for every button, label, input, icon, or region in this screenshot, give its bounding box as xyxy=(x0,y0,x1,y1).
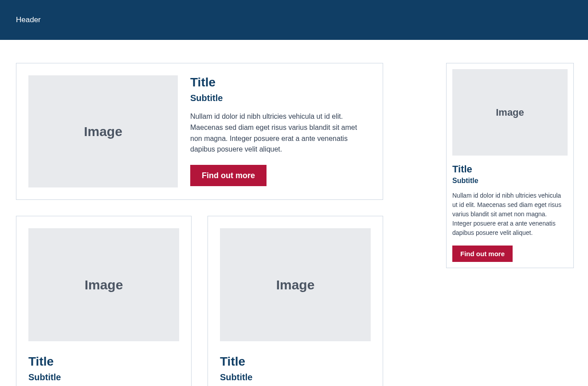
card-subtitle: Subtitle xyxy=(220,372,371,382)
card-title: Title xyxy=(28,355,179,369)
card-subtitle: Subtitle xyxy=(28,372,179,382)
image-placeholder: Image xyxy=(28,228,179,341)
card-subtitle: Subtitle xyxy=(190,93,371,103)
cards-row: Image Title Subtitle Image Title Subtitl… xyxy=(16,216,383,386)
card-text: Nullam id dolor id nibh ultricies vehicu… xyxy=(452,191,568,238)
header-title: Header xyxy=(16,16,41,24)
card-text: Nullam id dolor id nibh ultricies vehicu… xyxy=(190,111,371,155)
image-placeholder: Image xyxy=(220,228,371,341)
side-card-actions: Find out more xyxy=(452,246,568,262)
card-title: Title xyxy=(452,164,568,175)
grid-card-2: Image Title Subtitle xyxy=(208,216,383,386)
side-card: Image Title Subtitle Nullam id dolor id … xyxy=(446,63,574,268)
card-subtitle: Subtitle xyxy=(452,177,568,185)
grid-card-1: Image Title Subtitle xyxy=(16,216,192,386)
page-header: Header xyxy=(0,0,588,40)
page-content: Image Title Subtitle Nullam id dolor id … xyxy=(0,40,588,386)
hero-card-body: Title Subtitle Nullam id dolor id nibh u… xyxy=(190,75,371,187)
image-placeholder: Image xyxy=(28,75,178,187)
side-column: Image Title Subtitle Nullam id dolor id … xyxy=(446,63,574,268)
hero-card: Image Title Subtitle Nullam id dolor id … xyxy=(16,63,383,200)
find-out-more-button[interactable]: Find out more xyxy=(190,165,267,186)
card-title: Title xyxy=(220,355,371,369)
image-placeholder: Image xyxy=(452,69,568,156)
main-column: Image Title Subtitle Nullam id dolor id … xyxy=(16,63,383,386)
card-title: Title xyxy=(190,75,371,90)
find-out-more-button[interactable]: Find out more xyxy=(452,246,513,262)
